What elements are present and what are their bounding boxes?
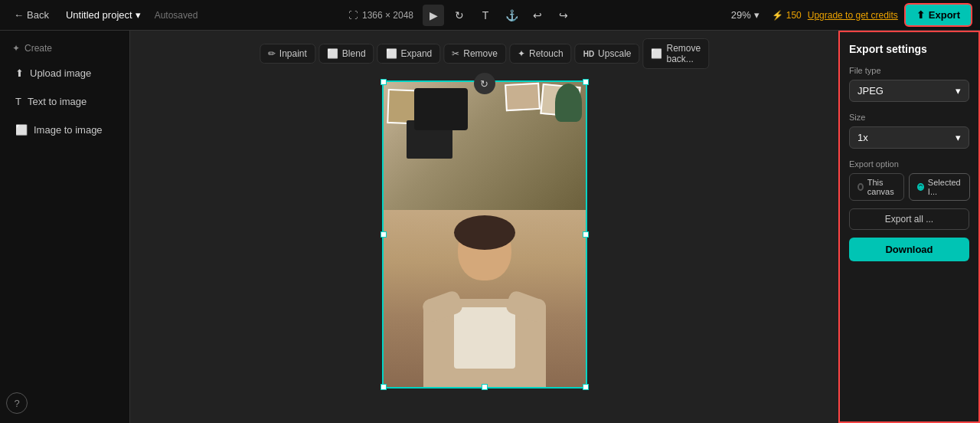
undo-button[interactable]: ↩ [527, 5, 548, 26]
retouch-tool-button[interactable]: ✦ Retouch [509, 44, 572, 64]
handle-bottom-left[interactable] [381, 384, 387, 390]
export-label: Export [929, 9, 960, 21]
canvas-size-display: ⛶ 1366 × 2048 [348, 10, 413, 21]
export-panel: Export settings File type JPEG ▾ Size 1x… [838, 31, 980, 423]
blend-icon: ⬜ [327, 48, 338, 59]
retouch-label: Retouch [529, 48, 564, 59]
size-value: 1x [858, 132, 868, 143]
upgrade-button[interactable]: Upgrade to get credits [808, 10, 898, 21]
topbar-left: ← Back Untitled project ▾ Autosaved [8, 6, 198, 24]
refresh-container: ↻ [474, 73, 495, 94]
handle-middle-left[interactable] [381, 231, 387, 238]
back-button[interactable]: ← Back [8, 6, 55, 24]
zoom-value: 29% [731, 9, 751, 21]
file-type-label: File type [849, 66, 969, 75]
text-to-image-button[interactable]: T Text to image [6, 90, 123, 113]
topbar-right: 29% ▾ ⚡ 150 Upgrade to get credits ⬆ Exp… [725, 3, 972, 27]
text-tool-button[interactable]: T [475, 5, 496, 26]
remove-tool-button[interactable]: ✂ Remove [443, 44, 506, 64]
handle-bottom-right[interactable] [583, 384, 589, 390]
remove-bg-label: Remove back... [666, 43, 701, 64]
topbar-center: ⛶ 1366 × 2048 ▶ ↻ T ⚓ ↩ ↪ [204, 5, 718, 26]
back-arrow-icon: ← [14, 9, 24, 21]
selected-label: Selected I... [928, 178, 962, 196]
project-name-label: Untitled project [66, 9, 132, 21]
inpaint-tool-button[interactable]: ✏ Inpaint [260, 44, 315, 64]
project-name[interactable]: Untitled project ▾ [60, 6, 147, 24]
handle-middle-right[interactable] [583, 231, 589, 238]
blend-label: Blend [342, 48, 366, 59]
this-canvas-option[interactable]: This canvas [849, 173, 904, 201]
create-section-title: ✦ Create [6, 40, 123, 57]
size-label: Size [849, 113, 969, 122]
credits-badge: ⚡ 150 [772, 10, 802, 21]
help-button[interactable]: ? [6, 392, 28, 414]
export-option-row-1: This canvas Selected I... [849, 173, 969, 201]
upload-image-button[interactable]: ⬆ Upload image [6, 61, 123, 85]
remove-bg-tool-button[interactable]: ⬜ Remove back... [642, 38, 709, 69]
size-select[interactable]: 1x ▾ [849, 126, 969, 149]
zoom-chevron-icon: ▾ [754, 9, 760, 21]
remove-label: Remove [463, 48, 498, 59]
redo-button[interactable]: ↪ [553, 5, 574, 26]
handle-bottom-middle[interactable] [482, 384, 488, 390]
handle-top-right[interactable] [583, 79, 589, 85]
expand-tool-button[interactable]: ⬜ Expand [377, 44, 441, 64]
export-panel-title: Export settings [849, 43, 969, 55]
remove-bg-icon: ⬜ [651, 48, 662, 59]
download-button[interactable]: Download [849, 238, 969, 261]
export-option-section: Export option This canvas Selected I... [849, 159, 969, 201]
create-icon: ✦ [12, 43, 20, 54]
canvas-image [384, 82, 586, 387]
inpaint-icon: ✏ [268, 48, 276, 59]
selected-option[interactable]: Selected I... [909, 173, 970, 201]
selected-radio [917, 183, 924, 191]
this-canvas-radio [858, 183, 864, 191]
image-image-icon: ⬜ [15, 124, 28, 136]
retouch-icon: ✦ [518, 48, 525, 59]
link-tool-button[interactable]: ⚓ [501, 5, 522, 26]
hd-icon: HD [583, 50, 594, 58]
expand-icon: ⬜ [386, 48, 397, 59]
expand-label: Expand [401, 48, 433, 59]
create-label: Create [24, 43, 52, 54]
sidebar: ✦ Create ⬆ Upload image T Text to image … [0, 31, 130, 423]
image-to-image-label: Image to image [34, 124, 103, 136]
upload-image-label: Upload image [30, 67, 91, 79]
topbar: ← Back Untitled project ▾ Autosaved ⛶ 13… [0, 0, 980, 31]
select-tool-button[interactable]: ▶ [423, 5, 444, 26]
credits-count: 150 [786, 10, 802, 21]
hd-upscale-tool-button[interactable]: HD Upscale [575, 44, 640, 64]
zoom-control[interactable]: 29% ▾ [725, 6, 766, 24]
lightning-icon: ⚡ [772, 10, 783, 21]
blend-tool-button[interactable]: ⬜ Blend [318, 44, 374, 64]
export-all-button[interactable]: Export all ... [849, 208, 969, 230]
size-field: Size 1x ▾ [849, 113, 969, 149]
upload-icon: ⬆ [15, 67, 24, 79]
file-type-value: JPEG [858, 85, 884, 97]
resize-icon: ⛶ [348, 10, 358, 21]
inpaint-label: Inpaint [279, 48, 307, 59]
file-type-chevron-icon: ▾ [956, 85, 961, 97]
text-to-image-label: Text to image [28, 96, 87, 107]
canvas-toolbar: ✏ Inpaint ⬜ Blend ⬜ Expand ✂ Remove ✦ Re… [260, 38, 709, 69]
autosaved-label: Autosaved [155, 10, 198, 21]
size-chevron-icon: ▾ [956, 132, 961, 143]
chevron-down-icon: ▾ [136, 9, 141, 21]
canvas-size-value: 1366 × 2048 [362, 10, 413, 21]
redo-tool-button[interactable]: ↻ [449, 5, 470, 26]
export-icon: ⬆ [916, 9, 925, 21]
canvas-image-wrapper[interactable] [382, 80, 587, 389]
file-type-select[interactable]: JPEG ▾ [849, 80, 969, 102]
hd-upscale-label: Upscale [598, 48, 631, 59]
refresh-button[interactable]: ↻ [474, 73, 495, 94]
topbar-tools: ▶ ↻ T ⚓ ↩ ↪ [423, 5, 574, 26]
export-button[interactable]: ⬆ Export [904, 3, 972, 27]
handle-top-left[interactable] [381, 79, 387, 85]
image-to-image-button[interactable]: ⬜ Image to image [6, 118, 123, 142]
canvas-area[interactable]: ✏ Inpaint ⬜ Blend ⬜ Expand ✂ Remove ✦ Re… [130, 31, 838, 423]
text-image-icon: T [15, 96, 21, 107]
sidebar-bottom: ? [6, 392, 123, 414]
back-label: Back [27, 9, 49, 21]
file-type-field: File type JPEG ▾ [849, 66, 969, 102]
